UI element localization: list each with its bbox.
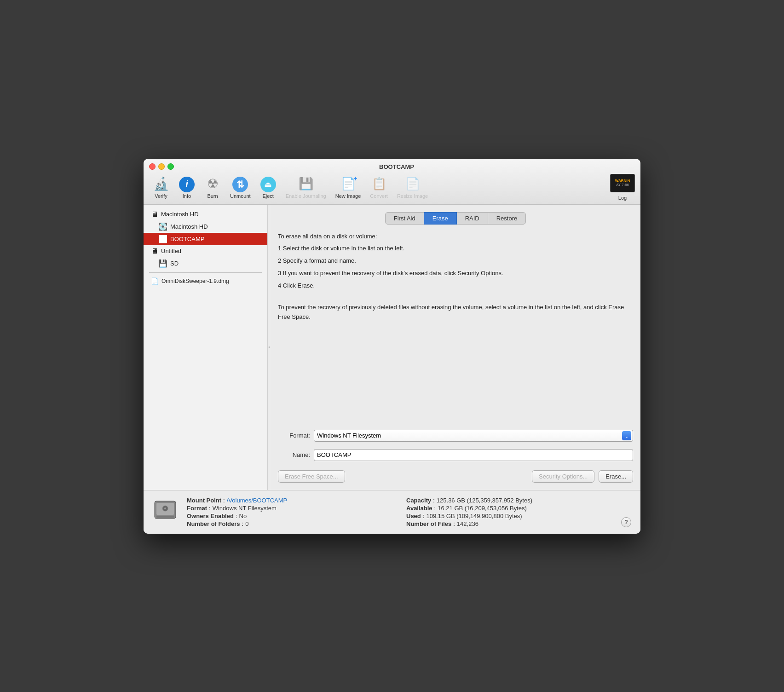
toolbar: 🔬 Verify i Info ☢ Burn ⇅ Unmount ⏏ Eject xyxy=(149,174,635,204)
capacity-colon: : xyxy=(433,497,435,504)
bootcamp-icon: 💽 xyxy=(158,235,167,243)
minimize-button[interactable] xyxy=(158,163,165,170)
tab-first-aid[interactable]: First Aid xyxy=(385,212,424,225)
folders-key: Number of Folders xyxy=(187,520,240,527)
name-input[interactable] xyxy=(314,449,633,461)
erase-extra-text: To prevent the recovery of previously de… xyxy=(278,303,633,322)
info-grid: Mount Point : /Volumes/BOOTCAMP Capacity… xyxy=(187,497,612,527)
sidebar-item-omni[interactable]: 📄 OmniDiskSweeper-1.9.dmg xyxy=(144,276,267,287)
dmg-icon: 📄 xyxy=(151,277,159,285)
used-key: Used xyxy=(406,513,421,519)
sidebar-item-bootcamp[interactable]: 💽 BOOTCAMP xyxy=(144,233,267,245)
files-key: Number of Files xyxy=(406,520,451,527)
toolbar-resize-image[interactable]: 📄 Resize Image xyxy=(393,174,432,201)
mount-point-link[interactable]: /Volumes/BOOTCAMP xyxy=(227,497,287,504)
mount-point-value: /Volumes/BOOTCAMP xyxy=(227,497,287,504)
used-row: Used : 109.15 GB (109,149,900,800 Bytes) xyxy=(406,513,612,519)
files-row: Number of Files : 142,236 xyxy=(406,520,612,527)
new-image-label: New Image xyxy=(335,193,361,199)
sidebar-item-untitled[interactable]: 🖥 Untitled xyxy=(144,245,267,257)
disk-icon: 🖥 xyxy=(151,210,158,219)
available-row: Available : 16.21 GB (16,209,453,056 Byt… xyxy=(406,505,612,512)
svg-point-4 xyxy=(164,507,166,509)
panel-resizer[interactable] xyxy=(268,205,271,490)
fullscreen-button[interactable] xyxy=(167,163,174,170)
tab-raid[interactable]: RAID xyxy=(457,212,488,225)
panel-footer: Erase Free Space... Security Options... … xyxy=(278,465,633,483)
capacity-value: 125.36 GB (125,359,357,952 Bytes) xyxy=(437,497,532,504)
sd-icon: 💾 xyxy=(158,259,167,268)
format-label: Format: xyxy=(278,432,310,439)
toolbar-burn[interactable]: ☢ Burn xyxy=(201,174,225,201)
help-button[interactable]: ? xyxy=(621,517,631,527)
sidebar-item-sd[interactable]: 💾 SD xyxy=(144,257,267,270)
info-disk-icon xyxy=(153,498,178,526)
burn-icon: ☢ xyxy=(204,176,221,192)
resize-image-icon: 📄 xyxy=(404,176,421,192)
capacity-row: Capacity : 125.36 GB (125,359,357,952 By… xyxy=(406,497,612,504)
sidebar-separator xyxy=(149,272,262,273)
sidebar-item-bootcamp-label: BOOTCAMP xyxy=(170,236,204,242)
titlebar: BOOTCAMP 🔬 Verify i Info ☢ Burn ⇅ Unmoun… xyxy=(144,159,640,205)
close-button[interactable] xyxy=(149,163,156,170)
info-icon: i xyxy=(179,177,195,192)
erase-instruction-4: 4 Click Erase. xyxy=(278,281,633,291)
traffic-lights xyxy=(149,163,174,170)
sidebar-item-macintosh-hd-child[interactable]: 💽 Macintosh HD xyxy=(144,220,267,233)
toolbar-verify[interactable]: 🔬 Verify xyxy=(149,174,173,201)
erase-instruction-2: 2 Specify a format and name. xyxy=(278,256,633,266)
available-key: Available xyxy=(406,505,432,512)
folders-row: Number of Folders : 0 xyxy=(187,520,392,527)
new-image-icon: 📄+ xyxy=(340,176,357,192)
info-details: Mount Point : /Volumes/BOOTCAMP Capacity… xyxy=(187,497,612,527)
erase-instruction-1: 1 Select the disk or volume in the list … xyxy=(278,244,633,254)
sidebar-item-macintosh-hd-parent[interactable]: 🖥 Macintosh HD xyxy=(144,208,267,220)
toolbar-new-image[interactable]: 📄+ New Image xyxy=(332,174,365,201)
toolbar-convert[interactable]: 📋 Convert xyxy=(366,174,392,201)
security-options-button[interactable]: Security Options... xyxy=(532,470,594,483)
main-window: BOOTCAMP 🔬 Verify i Info ☢ Burn ⇅ Unmoun… xyxy=(144,159,640,534)
folders-colon: : xyxy=(242,520,244,527)
folders-value: 0 xyxy=(245,520,248,527)
svg-rect-2 xyxy=(156,516,174,518)
tab-restore[interactable]: Restore xyxy=(488,212,526,225)
toolbar-log[interactable]: WARNIN AY 7:86 Log xyxy=(610,174,635,201)
owners-key: Owners Enabled xyxy=(187,513,234,519)
owners-colon: : xyxy=(236,513,237,519)
mount-point-row: Mount Point : /Volumes/BOOTCAMP xyxy=(187,497,392,504)
mount-point-colon: : xyxy=(223,497,225,504)
erase-free-space-button[interactable]: Erase Free Space... xyxy=(278,470,345,483)
format-info-colon: : xyxy=(209,505,211,512)
format-select[interactable]: Windows NT FilesystemMac OS Extended (Jo… xyxy=(314,430,633,442)
log-widget: WARNIN AY 7:86 xyxy=(610,174,635,192)
sidebar-item-label-2: Macintosh HD xyxy=(170,223,208,230)
sidebar-item-untitled-label: Untitled xyxy=(161,248,181,254)
owners-row: Owners Enabled : No xyxy=(187,513,392,519)
sidebar-item-label: Macintosh HD xyxy=(161,211,199,218)
toolbar-enable-journaling[interactable]: 💾 Enable Journaling xyxy=(282,174,330,201)
available-value: 16.21 GB (16,209,453,056 Bytes) xyxy=(438,505,527,512)
sidebar: 🖥 Macintosh HD 💽 Macintosh HD 💽 BOOTCAMP… xyxy=(144,205,268,490)
verify-icon: 🔬 xyxy=(153,176,169,192)
format-row: Format: Windows NT FilesystemMac OS Exte… xyxy=(278,430,633,442)
files-colon: : xyxy=(453,520,455,527)
enable-journaling-icon: 💾 xyxy=(298,176,314,192)
eject-icon: ⏏ xyxy=(260,177,276,192)
info-bar: Mount Point : /Volumes/BOOTCAMP Capacity… xyxy=(144,490,640,534)
name-row: Name: xyxy=(278,449,633,461)
used-colon: : xyxy=(423,513,425,519)
toolbar-eject[interactable]: ⏏ Eject xyxy=(256,175,280,201)
used-value: 109.15 GB (109,149,900,800 Bytes) xyxy=(426,513,522,519)
format-info-row: Format : Windows NT Filesystem xyxy=(187,505,392,512)
log-label: Log xyxy=(618,195,627,201)
owners-value: No xyxy=(239,513,247,519)
toolbar-unmount[interactable]: ⇅ Unmount xyxy=(226,175,254,201)
erase-button[interactable]: Erase... xyxy=(599,470,633,483)
unmount-icon: ⇅ xyxy=(232,177,248,192)
window-title: BOOTCAMP xyxy=(174,163,619,170)
toolbar-info[interactable]: i Info xyxy=(175,175,199,201)
mount-point-key: Mount Point xyxy=(187,497,221,504)
disk-icon-2: 💽 xyxy=(158,222,167,231)
available-colon: : xyxy=(434,505,436,512)
tab-erase[interactable]: Erase xyxy=(424,212,457,225)
